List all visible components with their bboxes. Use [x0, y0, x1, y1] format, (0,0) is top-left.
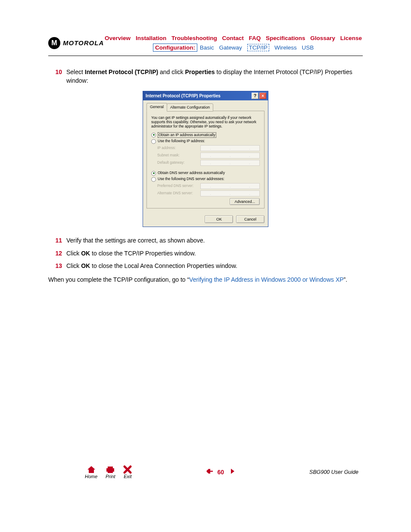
nav-contact[interactable]: Contact: [222, 35, 243, 41]
ok-button[interactable]: OK: [205, 215, 233, 224]
tab-general[interactable]: General: [146, 103, 167, 111]
advanced-button[interactable]: Advanced...: [230, 198, 260, 205]
nav-specifications[interactable]: Specifications: [266, 35, 305, 41]
home-icon: [87, 465, 96, 474]
default-gateway-input: ...: [200, 160, 260, 166]
step-number: 11: [48, 236, 66, 245]
page-footer: Home Print Exit 60 SBG900 User Guide: [48, 465, 363, 479]
config-label: Configuration:: [153, 44, 197, 52]
prev-page-button[interactable]: [206, 468, 214, 476]
guide-title: SBG900 User Guide: [309, 469, 363, 475]
svg-rect-0: [106, 468, 114, 472]
link-verifying-ip[interactable]: Verifying the IP Address in Windows 2000…: [189, 276, 343, 283]
field-subnet-mask: Subnet mask: ...: [157, 152, 260, 159]
home-button[interactable]: Home: [85, 465, 97, 479]
radio-obtain-dns-auto[interactable]: Obtain DNS server address automatically: [151, 171, 260, 176]
step-10: 10 Select Internet Protocol (TCP/IP) and…: [48, 68, 363, 85]
nav-gateway[interactable]: Gateway: [219, 44, 242, 51]
help-icon[interactable]: ?: [252, 93, 258, 99]
print-icon: [105, 465, 115, 474]
nav-faq[interactable]: FAQ: [249, 35, 261, 41]
field-preferred-dns: Preferred DNS server: ...: [157, 183, 260, 189]
cancel-button[interactable]: Cancel: [236, 215, 265, 224]
close-icon[interactable]: ×: [259, 93, 266, 99]
dialog-title: Internet Protocol (TCP/IP) Properties: [146, 93, 221, 99]
print-button[interactable]: Print: [105, 465, 115, 479]
step-text: Select Internet Protocol (TCP/IP) and cl…: [66, 68, 363, 85]
closing-paragraph: When you complete the TCP/IP configurati…: [48, 276, 363, 284]
field-alternate-dns: Alternate DNS server: ...: [157, 190, 260, 196]
page-number: 60: [217, 469, 224, 476]
radio-use-following-dns[interactable]: Use the following DNS server addresses:: [151, 177, 260, 182]
brand-logo: M MOTOROLA: [48, 37, 104, 49]
svg-rect-1: [108, 467, 113, 468]
page-header: M MOTOROLA Overview Installation Trouble…: [48, 34, 363, 56]
radio-obtain-ip-auto[interactable]: Obtain an IP address automatically: [151, 132, 260, 138]
subnet-mask-input: ...: [200, 152, 260, 159]
step-number: 10: [48, 68, 66, 85]
step-text: Click OK to close the Local Area Connect…: [66, 262, 363, 271]
radio-use-following-ip[interactable]: Use the following IP address:: [151, 139, 260, 144]
tab-panel-general: You can get IP settings assigned automat…: [146, 111, 265, 208]
nav-troubleshooting[interactable]: Troubleshooting: [171, 35, 217, 41]
svg-rect-2: [108, 472, 113, 473]
nav-installation[interactable]: Installation: [136, 35, 166, 41]
step-number: 12: [48, 249, 66, 258]
nav-tcpip[interactable]: TCP/IP: [247, 44, 270, 51]
radio-icon: [151, 133, 156, 137]
step-11: 11 Verify that the settings are correct,…: [48, 236, 363, 245]
step-text: Verify that the settings are correct, as…: [66, 236, 363, 245]
alternate-dns-input: ...: [200, 190, 260, 196]
dialog-titlebar: Internet Protocol (TCP/IP) Properties ? …: [143, 91, 268, 100]
page-body: 10 Select Internet Protocol (TCP/IP) and…: [48, 68, 363, 284]
preferred-dns-input: ...: [200, 183, 260, 189]
radio-icon: [151, 177, 156, 182]
svg-marker-4: [231, 469, 234, 474]
nav-usb[interactable]: USB: [302, 44, 314, 51]
tab-alternate[interactable]: Alternate Configuration: [167, 103, 213, 112]
arrow-right-icon: [227, 468, 235, 474]
motorola-icon: M: [48, 37, 60, 49]
step-13: 13 Click OK to close the Local Area Conn…: [48, 262, 363, 271]
field-default-gateway: Default gateway: ...: [157, 160, 260, 166]
ip-address-input: ...: [200, 145, 260, 151]
tcpip-properties-dialog: Internet Protocol (TCP/IP) Properties ? …: [143, 91, 268, 227]
step-12: 12 Click OK to close the TCP/IP Properti…: [48, 249, 363, 258]
step-number: 13: [48, 262, 66, 271]
next-page-button[interactable]: [227, 468, 235, 476]
brand-text: MOTOROLA: [63, 39, 104, 47]
radio-icon: [151, 139, 156, 144]
nav-basic[interactable]: Basic: [200, 44, 214, 51]
step-text: Click OK to close the TCP/IP Properties …: [66, 249, 363, 258]
arrow-left-icon: [206, 468, 214, 474]
nav-wireless[interactable]: Wireless: [274, 44, 297, 51]
nav-overview[interactable]: Overview: [105, 35, 131, 41]
nav-license[interactable]: License: [340, 35, 362, 41]
header-nav: Overview Installation Troubleshooting Co…: [104, 34, 363, 52]
dialog-description: You can get IP settings assigned automat…: [151, 115, 260, 129]
exit-icon: [123, 465, 132, 474]
radio-icon: [151, 171, 156, 176]
nav-glossary[interactable]: Glossary: [310, 35, 335, 41]
exit-button[interactable]: Exit: [123, 465, 132, 479]
field-ip-address: IP address: ...: [157, 145, 260, 151]
